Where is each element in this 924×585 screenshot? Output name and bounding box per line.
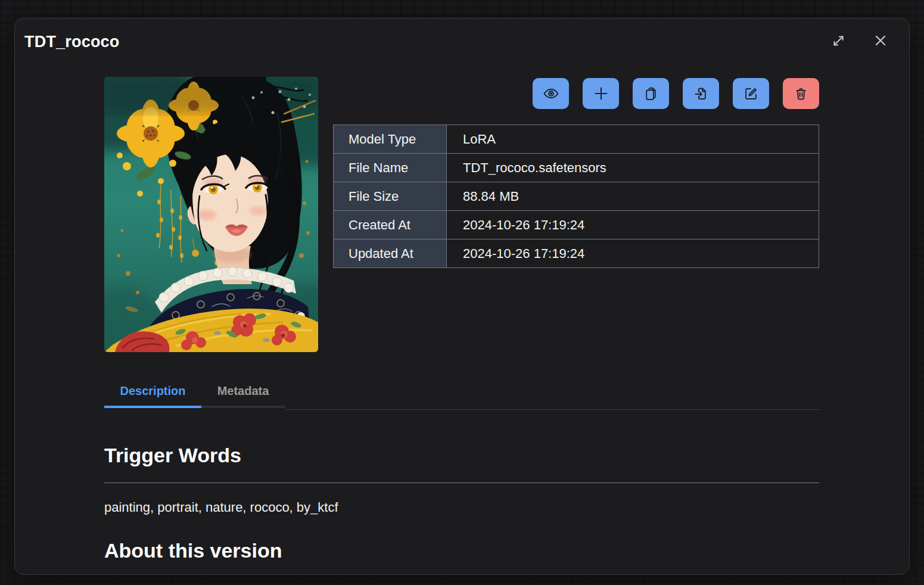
heading-divider (104, 483, 819, 483)
edit-button[interactable] (733, 78, 769, 109)
model-details-modal: TDT_rococo (14, 18, 910, 575)
delete-button[interactable] (783, 78, 819, 109)
eye-icon (543, 85, 559, 102)
tab-divider (285, 409, 819, 410)
copy-files-icon (643, 86, 659, 102)
preview-button[interactable] (533, 78, 569, 109)
tab-metadata[interactable]: Metadata (201, 374, 285, 408)
trash-icon (793, 86, 809, 102)
detail-label: Created At (334, 211, 447, 239)
table-row: Updated At 2024-10-26 17:19:24 (334, 239, 819, 268)
detail-label: File Name (334, 154, 447, 182)
table-row: Model Type LoRA (334, 125, 819, 154)
trigger-words-text: painting, portrait, nature, rococo, by_k… (104, 500, 338, 515)
detail-value: TDT_rococo.safetensors (447, 154, 819, 182)
table-row: File Name TDT_rococo.safetensors (334, 154, 819, 182)
pencil-square-icon (743, 86, 759, 102)
action-toolbar (533, 78, 819, 109)
tab-description[interactable]: Description (104, 374, 201, 408)
file-import-icon (693, 86, 709, 102)
detail-value: 2024-10-26 17:19:24 (447, 239, 819, 268)
detail-label: File Size (334, 182, 447, 211)
expand-icon (830, 33, 847, 49)
table-row: File Size 88.84 MB (334, 182, 819, 211)
page-title: TDT_rococo (24, 33, 120, 51)
detail-label: Model Type (334, 125, 447, 154)
model-preview-image[interactable] (104, 77, 318, 352)
about-version-heading: About this version (104, 539, 282, 562)
table-row: Created At 2024-10-26 17:19:24 (334, 211, 819, 239)
duplicate-button[interactable] (633, 78, 669, 109)
close-icon (872, 32, 889, 49)
plus-icon (592, 85, 610, 102)
import-button[interactable] (683, 78, 719, 109)
close-button[interactable] (871, 31, 890, 50)
trigger-words-heading: Trigger Words (104, 444, 241, 467)
detail-value: LoRA (447, 125, 819, 154)
detail-label: Updated At (334, 239, 447, 268)
detail-value: 88.84 MB (447, 182, 819, 211)
model-details-table: Model Type LoRA File Name TDT_rococo.saf… (333, 125, 819, 268)
expand-button[interactable] (829, 31, 848, 50)
add-button[interactable] (583, 78, 619, 109)
detail-value: 2024-10-26 17:19:24 (447, 211, 819, 239)
